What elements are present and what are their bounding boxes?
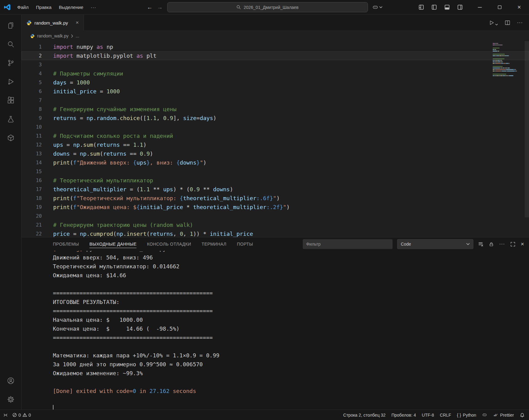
- code-line[interactable]: 21# Генерируем траекторию цены (random w…: [22, 220, 529, 229]
- settings-gear-icon[interactable]: [4, 392, 18, 406]
- line-number: 21: [22, 220, 42, 229]
- forward-icon[interactable]: →: [157, 4, 163, 11]
- code-line[interactable]: 15: [22, 167, 529, 176]
- breadcrumb-file[interactable]: random_walk.py: [37, 33, 69, 38]
- code-line[interactable]: 4# Параметры симуляции: [22, 69, 529, 78]
- customize-layout-icon[interactable]: [419, 5, 424, 10]
- code-line[interactable]: 7: [22, 96, 529, 105]
- code-line[interactable]: 2import matplotlib.pyplot as plt: [22, 51, 529, 60]
- search-icon: [236, 5, 241, 10]
- titlebar-center: ← → 2026_01_Дмитрий_Шалаев: [147, 0, 382, 14]
- notifications-bell-icon[interactable]: [520, 413, 525, 418]
- code-line[interactable]: 9returns = np.random.choice([1.1, 0.9], …: [22, 114, 529, 122]
- copilot-chat-button[interactable]: [372, 4, 382, 10]
- code-line[interactable]: 17theoretical_multiplier = (1.1 ** ups) …: [22, 185, 529, 194]
- code-line[interactable]: 22price = np.cumprod(np.insert(returns, …: [22, 229, 529, 237]
- toggle-sidebar-left-icon[interactable]: [432, 5, 437, 10]
- run-python-file-button[interactable]: [489, 20, 498, 25]
- close-panel-icon[interactable]: ×: [521, 241, 524, 247]
- scroll-lock-icon[interactable]: [489, 242, 494, 247]
- output-line: [53, 378, 529, 387]
- code-line[interactable]: 6initial_price = 1000: [22, 87, 529, 96]
- tab-ports[interactable]: ПОРТЫ: [237, 240, 253, 248]
- minimize-button[interactable]: [470, 0, 490, 14]
- menu-edit[interactable]: Правка: [33, 3, 55, 11]
- problems-indicator[interactable]: 0 0: [12, 413, 31, 418]
- clear-output-icon[interactable]: [478, 241, 484, 247]
- output-line: [53, 395, 529, 404]
- indentation[interactable]: Пробелов: 4: [391, 413, 416, 418]
- tab-problems[interactable]: ПРОБЛЕМЫ: [53, 240, 79, 248]
- menu-selection[interactable]: Выделение: [56, 3, 87, 11]
- account-icon[interactable]: [4, 374, 18, 388]
- testing-icon[interactable]: [4, 112, 18, 126]
- output-filter-input[interactable]: [303, 239, 393, 249]
- prettier-status[interactable]: ✓✓ Prettier: [493, 413, 514, 418]
- output-line: ========================================…: [53, 289, 529, 298]
- back-icon[interactable]: ←: [147, 4, 153, 11]
- output-line: [53, 342, 529, 351]
- tab-random-walk-py[interactable]: random_walk.py ×: [22, 15, 84, 31]
- split-editor-icon[interactable]: [505, 20, 510, 25]
- code-line[interactable]: 1import numpy as np: [22, 42, 529, 51]
- output-console[interactable]: [Running] python -u random_walk.pyДвижен…: [22, 251, 529, 410]
- cursor-position[interactable]: Строка 2, столбец 32: [343, 413, 386, 418]
- copilot-status-icon[interactable]: [482, 412, 487, 418]
- search-box[interactable]: 2026_01_Дмитрий_Шалаев: [167, 2, 368, 12]
- tab-debug-console[interactable]: КОНСОЛЬ ОТЛАДКИ: [147, 240, 191, 248]
- scrollbar-thumb[interactable]: [525, 41, 529, 217]
- output-line: Ожидаемая цена: $14.66: [53, 271, 529, 280]
- code-line[interactable]: 10: [22, 122, 529, 131]
- warning-count: 0: [29, 413, 31, 418]
- maximize-panel-icon[interactable]: [510, 242, 515, 247]
- line-number: 7: [22, 96, 42, 105]
- encoding[interactable]: UTF-8: [422, 413, 434, 418]
- explorer-icon[interactable]: [4, 18, 18, 33]
- code-line[interactable]: 8# Генерируем случайные изменения цены: [22, 105, 529, 114]
- error-count: 0: [18, 413, 21, 418]
- close-window-button[interactable]: ×: [509, 0, 529, 14]
- tab-output[interactable]: ВЫХОДНЫЕ ДАННЫЕ: [89, 240, 136, 248]
- run-debug-icon[interactable]: [4, 75, 18, 89]
- output-line: ========================================…: [53, 333, 529, 342]
- error-icon: [12, 413, 17, 417]
- output-line: ========================================…: [53, 306, 529, 315]
- breadcrumb: random_walk.py ...: [22, 31, 529, 41]
- output-line: [53, 280, 529, 289]
- main-area: random_walk.py × ··· random_walk.py: [0, 15, 529, 410]
- language-mode[interactable]: { } Python: [457, 413, 476, 418]
- breadcrumb-more[interactable]: ...: [76, 33, 79, 38]
- code-editor[interactable]: 1import numpy as np2import matplotlib.py…: [22, 41, 529, 237]
- output-channel-select[interactable]: Code: [397, 239, 473, 249]
- code-line[interactable]: 5days = 1000: [22, 78, 529, 87]
- code-line[interactable]: 3: [22, 60, 529, 69]
- remote-indicator-icon[interactable]: [3, 413, 8, 418]
- source-control-icon[interactable]: [4, 56, 18, 70]
- tab-terminal[interactable]: ТЕРМИНАЛ: [202, 240, 227, 248]
- code-line[interactable]: 20: [22, 212, 529, 220]
- code-line[interactable]: 13downs = np.sum(returns == 0.9): [22, 149, 529, 158]
- code-line[interactable]: 14print(f"Движений вверх: {ups}, вниз: {…: [22, 158, 529, 167]
- statusbar-left: 0 0: [3, 413, 31, 418]
- code-line[interactable]: 16# Теоретический мультипликатор: [22, 176, 529, 185]
- maximize-button[interactable]: [490, 0, 509, 14]
- menu-file[interactable]: Файл: [14, 3, 32, 11]
- line-number: 20: [22, 212, 42, 220]
- containers-icon[interactable]: [4, 131, 18, 145]
- code-line[interactable]: 11# Подсчитаем сколько роста и падений: [22, 131, 529, 140]
- editor-column: random_walk.py × ··· random_walk.py: [22, 15, 529, 410]
- search-sidebar-icon[interactable]: [4, 37, 18, 51]
- toggle-sidebar-right-icon[interactable]: [457, 5, 463, 10]
- minimap[interactable]: [493, 43, 524, 77]
- code-line[interactable]: 18print(f"Теоретический мультипликатор: …: [22, 194, 529, 203]
- tab-close-icon[interactable]: ×: [76, 20, 79, 26]
- editor-more-actions-icon[interactable]: ···: [517, 20, 523, 25]
- eol-sequence[interactable]: CRLF: [440, 413, 451, 418]
- editor-scrollbar[interactable]: [525, 41, 529, 237]
- toggle-panel-icon[interactable]: [444, 5, 450, 10]
- code-line[interactable]: 12ups = np.sum(returns == 1.1): [22, 140, 529, 149]
- menu-more[interactable]: ···: [87, 3, 100, 11]
- code-line[interactable]: 19print(f"Ожидаемая цена: ${initial_pric…: [22, 203, 529, 212]
- extensions-icon[interactable]: [4, 93, 18, 107]
- panel-more-actions-icon[interactable]: ···: [499, 241, 505, 247]
